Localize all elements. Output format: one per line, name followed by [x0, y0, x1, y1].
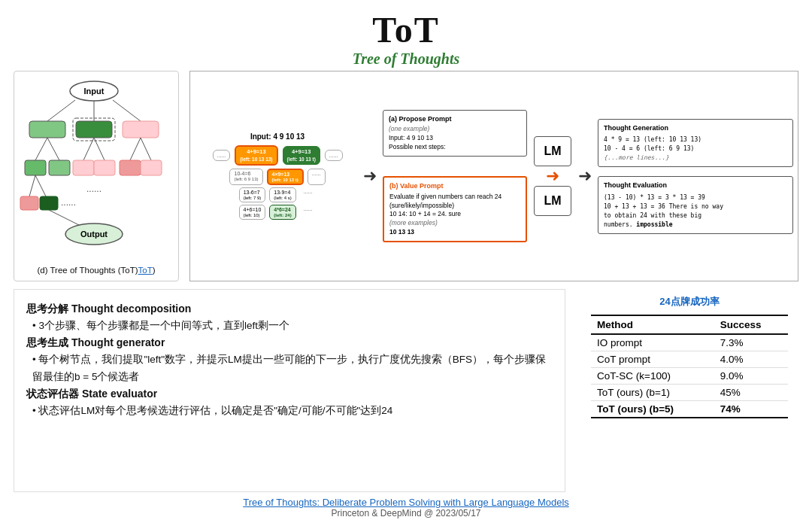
footer: Tree of Thoughts: Deliberate Problem Sol…	[0, 492, 812, 518]
svg-line-11	[83, 138, 94, 160]
lm-box-top: LM	[534, 136, 571, 166]
game-tree-input: Input: 4 9 10 13	[250, 132, 304, 141]
section3-title: 状态评估器 State evaluator	[26, 385, 553, 403]
thought-section: Thought Generation 4 * 9 = 13 (left: 10 …	[595, 119, 793, 234]
results-table: Method Success IO prompt7.3%CoT prompt4.…	[591, 315, 788, 418]
thought-gen-line-1: 4 * 9 = 13 (left: 10 13 13)	[604, 135, 787, 144]
section2-title: 思考生成 Thought generator	[26, 334, 553, 351]
table-row: CoT-SC (k=100)9.0%	[591, 368, 788, 385]
svg-line-4	[113, 100, 141, 121]
svg-line-13	[130, 138, 141, 160]
success-cell: 74%	[714, 401, 788, 418]
svg-rect-5	[29, 121, 65, 138]
value-prompt-title: (b) Value Prompt	[389, 181, 520, 191]
svg-rect-18	[94, 160, 115, 175]
svg-text:......: ......	[61, 197, 76, 208]
bullet1: • 3个步骤、每个步骤都是一个中间等式，直到left剩一个	[32, 318, 553, 334]
svg-rect-7	[123, 121, 159, 138]
method-cell: ToT (ours) (b=5)	[591, 401, 714, 418]
svg-rect-19	[120, 160, 141, 175]
propose-example-label: (one example)	[389, 125, 521, 134]
value-example-italic: (more examples)	[389, 219, 520, 228]
page-title: ToT	[0, 9, 812, 50]
arrow-2: ➜	[575, 166, 595, 186]
method-cell: IO prompt	[591, 334, 714, 351]
method-cell: CoT prompt	[591, 351, 714, 368]
svg-line-14	[141, 138, 151, 160]
table-row: IO prompt7.3%	[591, 334, 788, 351]
orange-arrow: ➜	[546, 166, 559, 186]
value-example1-text: 10 14: 10 + 14 = 24. sure	[389, 210, 520, 219]
section1-title: 思考分解 Thought decomposition	[26, 300, 553, 318]
thought-eval-line-1: (13 - 10) * 13 = 3 * 13 = 39	[604, 193, 787, 202]
svg-text:Output: Output	[80, 230, 108, 239]
affiliation: Princeton & DeepMind @ 2023/05/17	[0, 508, 812, 518]
svg-text:......: ......	[86, 184, 102, 194]
value-desc-text: Evaluate if given numbers can reach 24 (…	[389, 193, 520, 211]
method-cell: ToT (ours) (b=1)	[591, 385, 714, 401]
success-cell: 7.3%	[714, 334, 788, 351]
svg-rect-24	[20, 196, 38, 210]
thought-gen-box: Thought Generation 4 * 9 = 13 (left: 10 …	[598, 119, 793, 168]
svg-rect-20	[141, 160, 162, 175]
success-cell: 9.0%	[714, 368, 788, 385]
thought-gen-title: Thought Generation	[604, 123, 787, 134]
thought-eval-line-2: 10 + 13 + 13 = 36 There is no way	[604, 202, 787, 211]
svg-line-2	[47, 100, 75, 121]
svg-rect-25	[40, 196, 58, 210]
thought-eval-box: Thought Evaluation (13 - 10) * 13 = 3 * …	[598, 176, 793, 234]
table-panel: 24点牌成功率 Method Success IO prompt7.3%CoT …	[580, 289, 798, 492]
table-row: ToT (ours) (b=5)74%	[591, 401, 788, 418]
propose-steps-text: Possible next steps:	[389, 143, 521, 152]
prompts-section: (a) Propose Prompt (one example) Input: …	[380, 110, 530, 242]
lm-section: LM ➜ LM	[530, 136, 575, 216]
method-cell: CoT-SC (k=100)	[591, 368, 714, 385]
success-cell: 4.0%	[714, 351, 788, 368]
svg-line-9	[35, 138, 47, 160]
paper-link[interactable]: Tree of Thoughts: Deliberate Problem Sol…	[243, 497, 569, 508]
table-row: ToT (ours) (b=1)45%	[591, 385, 788, 401]
bullet2: • 每个树节点，我们提取"left"数字，并提示LM提出一些可能的下一步，执行广…	[32, 351, 553, 385]
svg-line-10	[47, 138, 59, 160]
main-diagram: Input: 4 9 10 13 ...... 4+9=13(left: 10 …	[189, 71, 798, 281]
propose-prompt-box: (a) Propose Prompt (one example) Input: …	[383, 110, 527, 157]
arrow-1: ➜	[360, 166, 380, 186]
value-example2-text: 10 13 13	[389, 228, 520, 237]
svg-line-23	[35, 175, 46, 196]
tree-diagram-box: Input	[14, 71, 179, 281]
thought-eval-line-3: to obtain 24 with these big	[604, 211, 787, 220]
propose-prompt-title: (a) Propose Prompt	[389, 114, 521, 124]
tree-diagram-caption: (d) Tree of Thoughts (ToT)ToT)	[37, 266, 155, 278]
svg-text:Input: Input	[84, 87, 105, 96]
value-prompt-box: (b) Value Prompt Evaluate if given numbe…	[383, 176, 527, 242]
svg-rect-15	[25, 160, 46, 175]
tree-svg: Input	[19, 78, 169, 251]
thought-eval-title: Thought Evaluation	[604, 181, 787, 191]
success-cell: 45%	[714, 385, 788, 401]
thought-gen-line-3: {...more lines...}	[604, 154, 787, 163]
svg-line-22	[29, 175, 35, 196]
bullet3: • 状态评估LM对每个思考候选进行评估，以确定是否"确定/可能/不可能"达到24	[32, 403, 553, 419]
lm-box-bottom: LM	[534, 186, 571, 216]
col-success: Success	[714, 315, 788, 334]
svg-rect-16	[49, 160, 70, 175]
page-subtitle: Tree of Thoughts	[0, 50, 812, 68]
svg-rect-6	[76, 121, 112, 138]
game-tree-section: Input: 4 9 10 13 ...... 4+9=13(left: 10 …	[195, 132, 360, 220]
table-row: CoT prompt4.0%	[591, 351, 788, 368]
table-subtitle: 24点牌成功率	[591, 295, 788, 309]
propose-input-text: Input: 4 9 10 13	[389, 134, 521, 143]
svg-rect-17	[73, 160, 94, 175]
col-method: Method	[591, 315, 714, 334]
thought-gen-line-2: 10 - 4 = 6 (left: 6 9 13)	[604, 144, 787, 154]
text-panel: 思考分解 Thought decomposition • 3个步骤、每个步骤都是…	[14, 289, 565, 492]
svg-line-27	[49, 210, 79, 225]
thought-eval-line-4: numbers. impossible	[604, 220, 787, 230]
